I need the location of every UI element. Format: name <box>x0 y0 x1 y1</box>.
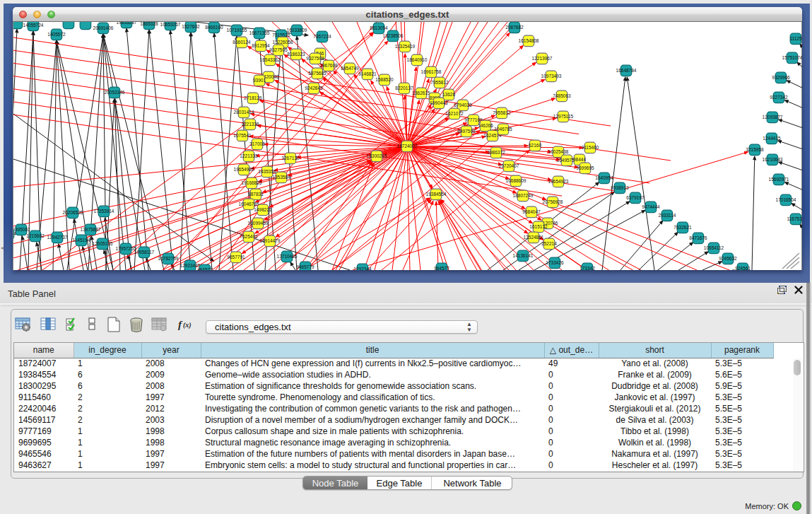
svg-text:1292344: 1292344 <box>353 267 372 270</box>
svg-text:16210643: 16210643 <box>763 157 783 162</box>
svg-text:11125: 11125 <box>789 36 801 41</box>
svg-text:18807249: 18807249 <box>513 193 534 198</box>
svg-text:15226058: 15226058 <box>273 40 293 45</box>
svg-text:12213967: 12213967 <box>532 56 553 61</box>
svg-text:9699695: 9699695 <box>576 165 594 170</box>
svg-text:1865328: 1865328 <box>140 22 158 26</box>
svg-text:16046785: 16046785 <box>239 201 259 206</box>
svg-text:1615132: 1615132 <box>529 224 548 229</box>
svg-text:16671355: 16671355 <box>249 30 270 35</box>
svg-text:1733426: 1733426 <box>546 260 564 265</box>
svg-text:1353584: 1353584 <box>272 175 290 180</box>
svg-text:1498222: 1498222 <box>254 207 272 212</box>
svg-text:173342: 173342 <box>579 266 595 270</box>
svg-text:18640910: 18640910 <box>407 57 428 62</box>
svg-text:16782759: 16782759 <box>158 256 179 261</box>
svg-text:317008: 317008 <box>249 141 265 146</box>
svg-text:2986372: 2986372 <box>487 150 505 155</box>
svg-text:3215958: 3215958 <box>746 147 764 152</box>
svg-text:19166825: 19166825 <box>242 180 262 185</box>
svg-text:10025438: 10025438 <box>548 149 569 154</box>
svg-text:6497508: 6497508 <box>457 129 476 134</box>
svg-text:28031414: 28031414 <box>234 110 254 115</box>
svg-text:7485063: 7485063 <box>553 93 571 98</box>
svg-text:14055724: 14055724 <box>23 23 44 28</box>
svg-text:13710485: 13710485 <box>277 254 298 259</box>
svg-text:7955812: 7955812 <box>430 80 449 85</box>
svg-text:9245632: 9245632 <box>719 256 737 261</box>
svg-text:19654923: 19654923 <box>548 179 569 184</box>
svg-text:13975887: 13975887 <box>81 227 101 232</box>
svg-text:1145194: 1145194 <box>73 238 90 243</box>
svg-text:8471676: 8471676 <box>689 235 707 240</box>
svg-text:10958117: 10958117 <box>134 250 155 255</box>
svg-text:7955812: 7955812 <box>493 110 511 115</box>
svg-text:9227342: 9227342 <box>770 95 788 100</box>
svg-text:18724007: 18724007 <box>397 144 418 148</box>
svg-text:1221333: 1221333 <box>240 153 258 158</box>
svg-text:9115460: 9115460 <box>582 145 599 150</box>
svg-text:1588520: 1588520 <box>375 77 394 82</box>
svg-text:1362615: 1362615 <box>412 90 430 95</box>
svg-text:924561: 924561 <box>735 266 751 270</box>
svg-text:12093877: 12093877 <box>763 115 783 119</box>
svg-text:10973493: 10973493 <box>541 74 562 78</box>
svg-text:1640954: 1640954 <box>595 175 613 180</box>
svg-text:10688609: 10688609 <box>506 178 526 183</box>
svg-text:20053346: 20053346 <box>105 90 125 95</box>
svg-text:1215682: 1215682 <box>26 233 45 238</box>
svg-text:8660124: 8660124 <box>233 40 251 45</box>
svg-text:19384554: 19384554 <box>426 192 447 197</box>
svg-text:9327508: 9327508 <box>306 56 324 61</box>
svg-text:8466160: 8466160 <box>205 25 223 30</box>
svg-text:8938913: 8938913 <box>611 185 629 190</box>
svg-text:964577: 964577 <box>434 266 449 270</box>
svg-text:8813054: 8813054 <box>370 25 388 30</box>
svg-text:8912954: 8912954 <box>252 43 270 48</box>
svg-text:1405572: 1405572 <box>47 32 66 37</box>
svg-text:9474444: 9474444 <box>642 204 660 209</box>
svg-text:(x): (x) <box>183 321 192 329</box>
svg-text:2967608: 2967608 <box>319 63 338 68</box>
svg-text:964577: 964577 <box>197 267 213 270</box>
svg-text:16961758: 16961758 <box>421 69 442 74</box>
svg-text:17353914: 17353914 <box>94 209 114 214</box>
svg-text:19654985: 19654985 <box>234 167 254 172</box>
svg-text:16154808: 16154808 <box>519 38 539 43</box>
svg-text:1046785: 1046785 <box>494 127 512 132</box>
svg-text:15720407: 15720407 <box>499 163 519 168</box>
svg-text:391954: 391954 <box>13 231 16 236</box>
svg-text:9657791: 9657791 <box>227 255 245 259</box>
svg-text:9684047: 9684047 <box>522 209 541 214</box>
svg-text:887831: 887831 <box>248 192 264 197</box>
svg-text:6794028: 6794028 <box>454 103 472 107</box>
svg-text:2933114: 2933114 <box>659 213 676 218</box>
svg-text:252214: 252214 <box>541 241 557 246</box>
svg-text:7625402: 7625402 <box>240 234 258 239</box>
svg-text:20691406: 20691406 <box>93 25 114 30</box>
svg-text:20756928: 20756928 <box>543 199 563 204</box>
svg-text:18300215: 18300215 <box>367 153 387 158</box>
svg-text:9327505: 9327505 <box>269 47 288 52</box>
svg-text:19853287: 19853287 <box>117 22 137 25</box>
svg-text:16033809: 16033809 <box>287 28 307 33</box>
svg-text:16914479: 16914479 <box>260 238 281 243</box>
svg-text:1075541: 1075541 <box>233 133 252 138</box>
svg-text:146266: 146266 <box>478 123 493 128</box>
svg-text:19238506: 19238506 <box>383 33 404 38</box>
svg-text:9242845: 9242845 <box>305 86 323 90</box>
svg-text:7357224: 7357224 <box>313 34 331 39</box>
svg-text:8220137: 8220137 <box>395 86 413 90</box>
svg-text:16099459: 16099459 <box>248 221 269 226</box>
svg-text:6379197: 6379197 <box>626 195 645 200</box>
svg-text:13626: 13626 <box>442 92 455 97</box>
svg-text:9465779: 9465779 <box>296 264 314 269</box>
svg-text:1527602: 1527602 <box>182 24 200 29</box>
svg-text:20206535: 20206535 <box>63 210 83 215</box>
svg-text:14136141: 14136141 <box>513 253 534 258</box>
svg-text:15692971: 15692971 <box>769 177 789 182</box>
svg-text:13524851: 13524851 <box>524 235 544 240</box>
svg-text:8454749: 8454749 <box>341 66 359 71</box>
svg-text:11325419: 11325419 <box>395 44 416 49</box>
svg-text:8186323: 8186323 <box>287 52 305 57</box>
